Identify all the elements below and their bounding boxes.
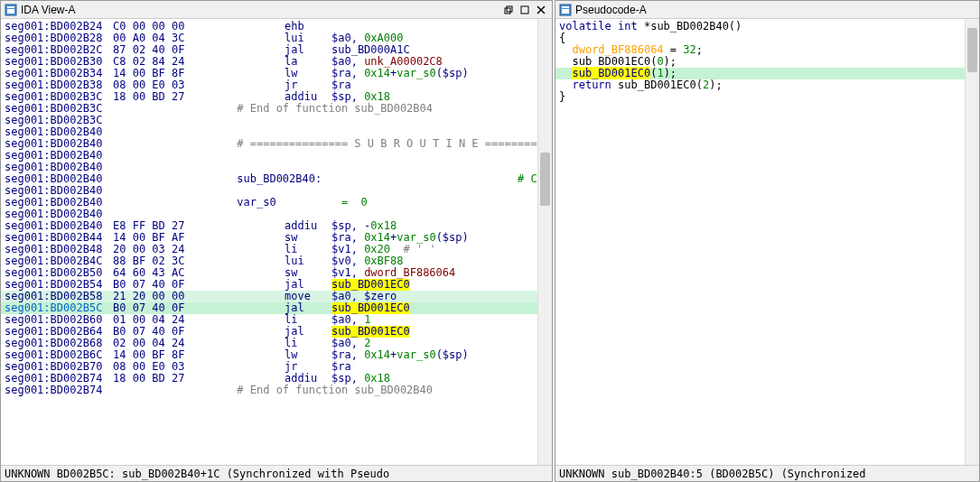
- pseudocode-pane: Pseudocode-A volatile int *sub_BD002B40(…: [555, 0, 980, 482]
- ida-view-icon: [5, 4, 17, 16]
- pseudo-line[interactable]: volatile int *sub_BD002B40(): [555, 21, 979, 32]
- svg-rect-2: [7, 9, 14, 14]
- disassembly-view[interactable]: seg001:BD002B24 C0 00 00 00ehbseg001:BD0…: [1, 19, 552, 465]
- svg-rect-10: [562, 9, 569, 14]
- maximize-icon[interactable]: [518, 4, 532, 16]
- pseudo-line[interactable]: }: [555, 91, 979, 103]
- ida-view-status: UNKNOWN BD002B5C: sub_BD002B40+1C (Synch…: [1, 465, 552, 481]
- ida-view-pane: IDA View-A seg001:BD002B24 C0 00 00 00eh…: [0, 0, 553, 482]
- pseudocode-title: Pseudocode-A: [575, 4, 975, 16]
- restore-icon[interactable]: [501, 4, 516, 16]
- pseudocode-view[interactable]: volatile int *sub_BD002B40(){ dword_BF88…: [555, 19, 979, 465]
- svg-rect-4: [507, 6, 512, 12]
- ida-view-titlebar[interactable]: IDA View-A: [1, 1, 552, 19]
- ida-view-title: IDA View-A: [21, 4, 501, 16]
- asm-line[interactable]: seg001:BD002B74 # End of function sub_BD…: [1, 385, 552, 396]
- svg-rect-9: [562, 6, 569, 8]
- pseudocode-titlebar[interactable]: Pseudocode-A: [555, 1, 979, 19]
- pseudocode-icon: [559, 4, 572, 16]
- close-icon[interactable]: [534, 4, 548, 16]
- svg-rect-5: [521, 6, 528, 14]
- scrollbar[interactable]: [537, 19, 552, 465]
- pseudo-line[interactable]: return sub_BD001EC0(2);: [555, 79, 979, 91]
- svg-rect-3: [505, 8, 510, 14]
- svg-rect-1: [7, 6, 14, 8]
- scrollbar[interactable]: [965, 19, 979, 465]
- pseudocode-status: UNKNOWN sub_BD002B40:5 (BD002B5C) (Synch…: [555, 465, 979, 481]
